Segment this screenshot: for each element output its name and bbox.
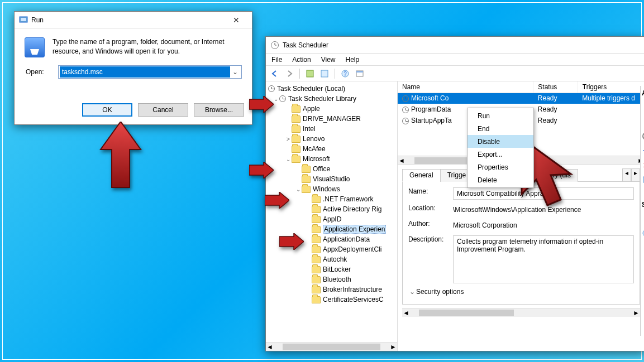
- ts-menubar: File Action View Help: [266, 54, 644, 66]
- actions-panel[interactable]: A S: [640, 86, 644, 336]
- run-task-icon[interactable]: [642, 103, 644, 112]
- folder-icon: [302, 176, 311, 183]
- tree-node[interactable]: VisualStudio: [267, 174, 396, 184]
- forward-icon[interactable]: [284, 68, 295, 79]
- svg-rect-10: [356, 71, 363, 73]
- run-title: Run: [31, 16, 225, 24]
- expander-icon[interactable]: >: [285, 136, 292, 142]
- folder-icon: [312, 206, 321, 213]
- chevron-down-icon[interactable]: ⌄: [408, 288, 416, 296]
- menu-action[interactable]: Action: [292, 56, 311, 64]
- svg-marker-21: [279, 233, 304, 250]
- folder-icon: [292, 105, 300, 113]
- cancel-button[interactable]: Cancel: [138, 103, 188, 117]
- run-task-icon[interactable]: [642, 214, 644, 223]
- open-label: Open:: [26, 68, 48, 76]
- tree-node[interactable]: Apple: [267, 104, 396, 114]
- tree-node[interactable]: AppID: [267, 214, 396, 224]
- tree-library[interactable]: Task Scheduler Library: [288, 95, 356, 103]
- chevron-down-icon[interactable]: ⌄: [230, 68, 240, 76]
- refresh-icon[interactable]: [304, 68, 316, 79]
- ctx-properties[interactable]: Properties: [468, 161, 533, 173]
- ok-button[interactable]: OK: [82, 103, 132, 117]
- open-combobox[interactable]: ⌄: [58, 65, 242, 79]
- ts-titlebar[interactable]: Task Scheduler: [266, 37, 644, 54]
- properties-icon[interactable]: [642, 175, 644, 184]
- folder-icon: [312, 266, 321, 273]
- detail-description-label: Description:: [408, 235, 453, 283]
- folder-icon: [292, 136, 300, 143]
- tree-node[interactable]: McAfee: [267, 144, 396, 154]
- ctx-run[interactable]: Run: [468, 109, 533, 122]
- clock-icon: [279, 95, 286, 102]
- run-titlebar[interactable]: Run ✕: [15, 12, 252, 28]
- expander-icon[interactable]: ⌄: [295, 186, 302, 192]
- clock-icon: [402, 95, 409, 102]
- tutorial-arrow-icon: [98, 122, 143, 189]
- ctx-export[interactable]: Export...: [468, 148, 533, 161]
- detail-hscrollbar[interactable]: ◄►: [402, 308, 640, 317]
- tree-node[interactable]: BrokerInfrastructure: [267, 284, 396, 295]
- clock-icon: [268, 85, 275, 92]
- detail-author-label: Author:: [408, 220, 453, 231]
- help-icon[interactable]: [642, 229, 644, 238]
- tab-general[interactable]: General: [402, 169, 441, 182]
- table-row[interactable]: Microsoft CoReadyMultiple triggers d: [398, 93, 644, 104]
- svg-marker-18: [249, 96, 274, 113]
- delete-icon[interactable]: [642, 161, 644, 170]
- menu-view[interactable]: View: [321, 56, 336, 64]
- tree-node[interactable]: BitLocker: [267, 264, 396, 274]
- run-message: Type the name of a program, folder, docu…: [53, 37, 242, 56]
- folder-icon: [312, 246, 321, 253]
- open-input[interactable]: [60, 66, 230, 78]
- tree-node[interactable]: Bluetooth: [267, 274, 396, 284]
- disable-icon[interactable]: [642, 132, 644, 141]
- tree-node[interactable]: >Lenovo: [267, 134, 396, 144]
- folder-icon: [312, 226, 321, 233]
- tree-node[interactable]: Autochk: [267, 254, 396, 264]
- navigation-tree[interactable]: Task Scheduler (Local) ⌄ Task Scheduler …: [266, 81, 398, 351]
- tutorial-arrow-icon: [249, 96, 274, 113]
- tree-node[interactable]: Intel: [267, 124, 396, 134]
- panel-icon[interactable]: [354, 68, 365, 79]
- tree-root[interactable]: Task Scheduler (Local): [277, 85, 345, 93]
- folder-icon: [302, 186, 311, 193]
- browse-button[interactable]: Browse...: [194, 103, 244, 117]
- tree-node[interactable]: Office: [267, 164, 396, 174]
- close-icon[interactable]: ✕: [225, 13, 247, 27]
- context-menu: Run End Disable Export... Properties Del…: [467, 108, 534, 188]
- task-scheduler-icon: [270, 41, 279, 50]
- tree-hscrollbar[interactable]: ◄►: [266, 342, 397, 351]
- security-options-label[interactable]: Security options: [416, 288, 464, 296]
- col-triggers[interactable]: Triggers: [578, 81, 644, 93]
- tab-scroll-left-icon[interactable]: ◂: [622, 168, 631, 181]
- ctx-end[interactable]: End: [468, 122, 533, 135]
- svg-marker-19: [249, 162, 274, 178]
- col-name[interactable]: Name: [398, 81, 533, 93]
- detail-description-field[interactable]: Collects program telemetry information i…: [453, 235, 634, 283]
- properties-icon[interactable]: [319, 68, 330, 79]
- export-icon[interactable]: [642, 146, 644, 155]
- folder-icon: [312, 216, 321, 223]
- clock-icon: [402, 118, 409, 124]
- tree-node[interactable]: CertificateServicesC: [267, 295, 396, 305]
- help-icon[interactable]: ?: [340, 68, 351, 79]
- tab-scroll-right-icon[interactable]: ▸: [631, 168, 640, 181]
- svg-rect-6: [321, 70, 328, 77]
- end-task-icon[interactable]: [642, 117, 644, 126]
- tree-node[interactable]: DRIVE_MANAGER: [267, 114, 396, 124]
- menu-file[interactable]: File: [271, 56, 282, 64]
- menu-help[interactable]: Help: [346, 56, 360, 64]
- folder-icon: [292, 126, 300, 133]
- back-icon[interactable]: [269, 68, 280, 79]
- tutorial-arrow-icon: [279, 233, 304, 250]
- detail-location-label: Location:: [408, 204, 453, 215]
- ctx-disable[interactable]: Disable: [468, 135, 533, 148]
- tree-node[interactable]: ⌄Microsoft: [267, 154, 396, 164]
- detail-author: Microsoft Corporation: [453, 220, 634, 231]
- col-status[interactable]: Status: [533, 81, 578, 93]
- ctx-delete[interactable]: Delete: [468, 173, 533, 186]
- expander-icon[interactable]: ⌄: [285, 156, 292, 162]
- folder-icon: [292, 115, 300, 123]
- folder-icon: [302, 166, 311, 173]
